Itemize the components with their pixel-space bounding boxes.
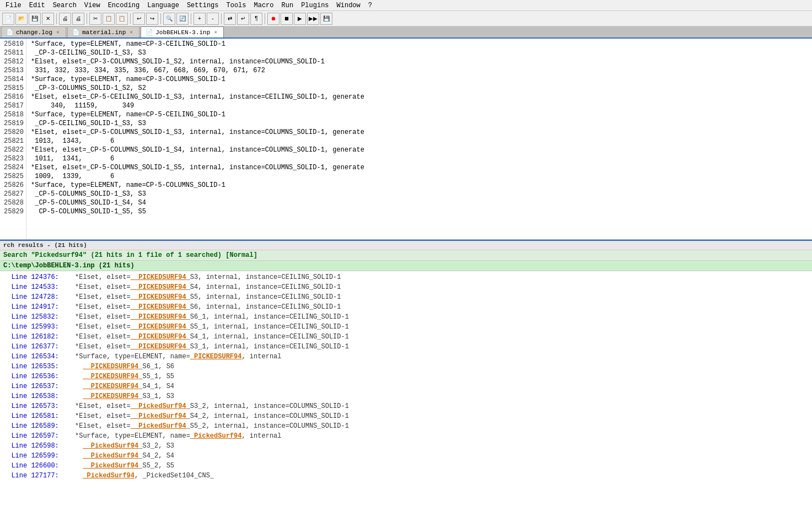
toolbar-sep-1 xyxy=(56,13,57,24)
menu-view[interactable]: View xyxy=(81,1,104,10)
result-item[interactable]: Line 124533: *Elset, elset=__PICKEDSURF9… xyxy=(0,282,812,292)
menu-search[interactable]: Search xyxy=(50,1,80,10)
result-line-content: __PickedSurf94_S5_2, S5 xyxy=(75,461,174,470)
result-line-ref: Line 126573: xyxy=(3,402,75,411)
toolbar-find[interactable]: 🔍 xyxy=(163,13,175,25)
result-line-content: *Surface, type=ELEMENT, name=_PickedSurf… xyxy=(75,432,281,440)
toolbar-save[interactable]: 💾 xyxy=(29,13,41,25)
result-line-ref: Line 125832: xyxy=(3,313,75,321)
result-line-ref: Line 124533: xyxy=(3,283,75,292)
toolbar-sep-7 xyxy=(265,13,265,24)
toolbar-zoomin[interactable]: + xyxy=(193,13,206,25)
toolbar-print[interactable]: 🖨 xyxy=(59,13,71,25)
result-item[interactable]: Line 126573: *Elset, elset=__PickedSurf9… xyxy=(0,401,812,411)
menu-settings[interactable]: Settings xyxy=(184,1,222,10)
menu-plugins[interactable]: Plugins xyxy=(298,1,332,10)
result-line-content: __PICKEDSURF94_S3_1, S3 xyxy=(75,392,174,401)
result-line-content: *Elset, elset=__PICKEDSURF94_S6, interna… xyxy=(75,303,341,311)
result-item[interactable]: Line 125832: *Elset, elset=__PICKEDSURF9… xyxy=(0,312,812,322)
result-item[interactable]: Line 126598: __PickedSurf94_S3_2, S3 xyxy=(0,441,812,451)
result-item[interactable]: Line 124376: *Elset, elset=__PICKEDSURF9… xyxy=(0,272,812,282)
result-item[interactable]: Line 124917: *Elset, elset=__PICKEDSURF9… xyxy=(0,302,812,312)
tab-changelog-close[interactable]: ✕ xyxy=(55,29,61,36)
toolbar-copy[interactable]: 📋 xyxy=(103,13,115,25)
result-item[interactable]: Line 126581: *Elset, elset=__PickedSurf9… xyxy=(0,411,812,421)
menu-tools[interactable]: Tools xyxy=(223,1,249,10)
result-item[interactable]: Line 126534: *Surface, type=ELEMENT, nam… xyxy=(0,352,812,362)
result-item[interactable]: Line 126538: __PICKEDSURF94_S3_1, S3 xyxy=(0,391,812,401)
tab-changelog-label: change.log xyxy=(16,29,52,36)
result-item[interactable]: Line 126600: __PickedSurf94_S5_2, S5 xyxy=(0,461,812,471)
search-query-line: Search "Pickedsurf94" (21 hits in 1 file… xyxy=(0,250,812,261)
tab-changelog-icon: 📄 xyxy=(6,29,14,36)
result-item[interactable]: Line 126537: __PICKEDSURF94_S4_1, S4 xyxy=(0,381,812,391)
result-line-ref: Line 126589: xyxy=(3,422,75,431)
result-line-ref: Line 124917: xyxy=(3,303,75,311)
tab-jobbehlen-icon: 📄 xyxy=(146,29,153,36)
result-line-content: *Elset, elset=__PICKEDSURF94_S6_1, inter… xyxy=(75,313,349,321)
result-line-content: __PickedSurf94_S3_2, S3 xyxy=(75,442,174,450)
toolbar-undo[interactable]: ↩ xyxy=(133,13,145,25)
result-line-content: *Elset, elset=__PICKEDSURF94_S5_1, inter… xyxy=(75,322,349,331)
search-file-line[interactable]: C:\temp\JobBEHLEN-3.inp (21 hits) xyxy=(0,261,812,271)
toolbar-new[interactable]: 📄 xyxy=(2,13,14,25)
tab-jobbehlen[interactable]: 📄 JobBEHLEN-3.inp ✕ xyxy=(141,26,224,37)
tab-material[interactable]: 📄 material.inp ✕ xyxy=(67,26,139,37)
result-item[interactable]: Line 125993: *Elset, elset=__PICKEDSURF9… xyxy=(0,322,812,332)
search-results[interactable]: Line 124376: *Elset, elset=__PICKEDSURF9… xyxy=(0,271,812,511)
toolbar-zoomout[interactable]: - xyxy=(207,13,219,25)
toolbar-macro-play2[interactable]: ▶▶ xyxy=(307,13,319,25)
toolbar-macro-save[interactable]: 💾 xyxy=(320,13,332,25)
result-line-ref: Line 126598: xyxy=(3,442,75,450)
result-line-content: __PICKEDSURF94_S6_1, S6 xyxy=(75,362,174,371)
result-line-ref: Line 124728: xyxy=(3,293,75,302)
toolbar-cut[interactable]: ✂ xyxy=(89,13,101,25)
tab-changelog[interactable]: 📄 change.log ✕ xyxy=(1,26,66,37)
result-item[interactable]: Line 126535: __PICKEDSURF94_S6_1, S6 xyxy=(0,362,812,372)
result-line-content: *Elset, elset=__PICKEDSURF94_S4, interna… xyxy=(75,283,341,292)
menu-macro[interactable]: Macro xyxy=(251,1,277,10)
result-item[interactable]: Line 126377: *Elset, elset=__PICKEDSURF9… xyxy=(0,342,812,352)
result-line-content: *Elset, elset=__PICKEDSURF94_S3_1, inter… xyxy=(75,342,349,351)
toolbar-macro-play[interactable]: ▶ xyxy=(294,13,306,25)
toolbar-closeall[interactable]: ✕ xyxy=(42,13,54,25)
toolbar-replace[interactable]: 🔄 xyxy=(176,13,189,25)
toolbar: 📄 📂 💾 ✕ 🖨 🖨 ✂ 📋 📋 ↩ ↪ 🔍 🔄 + - ⇄ ↵ ¶ ⏺ ⏹ … xyxy=(0,11,812,26)
toolbar-macro-stop[interactable]: ⏹ xyxy=(281,13,293,25)
result-line-content: __PICKEDSURF94_S4_1, S4 xyxy=(75,382,174,391)
result-item[interactable]: Line 126536: __PICKEDSURF94_S5_1, S5 xyxy=(0,372,812,381)
toolbar-print-now[interactable]: 🖨 xyxy=(72,13,84,25)
toolbar-sep-4 xyxy=(160,13,161,24)
result-item[interactable]: Line 126589: *Elset, elset=__PickedSurf9… xyxy=(0,421,812,431)
toolbar-sep-5 xyxy=(191,13,191,24)
menu-window[interactable]: Window xyxy=(334,1,364,10)
menu-run[interactable]: Run xyxy=(278,1,297,10)
menu-help[interactable]: ? xyxy=(365,1,375,10)
toolbar-redo[interactable]: ↪ xyxy=(146,13,158,25)
tab-material-close[interactable]: ✕ xyxy=(128,29,135,36)
menu-language[interactable]: Language xyxy=(144,1,182,10)
code-content[interactable]: *Surface, type=ELEMENT, name=CP-3-CEILIN… xyxy=(26,39,812,239)
toolbar-allchars[interactable]: ¶ xyxy=(250,13,262,25)
result-item[interactable]: Line 126597: *Surface, type=ELEMENT, nam… xyxy=(0,431,812,441)
search-results-label: rch results - (21 hits) xyxy=(3,242,87,249)
line-numbers: 25810 25811 25812 25813 25814 25815 2581… xyxy=(0,39,26,239)
result-item[interactable]: Line 126599: __PickedSurf94_S4_2, S4 xyxy=(0,451,812,461)
menu-file[interactable]: File xyxy=(2,1,25,10)
editor-area[interactable]: 25810 25811 25812 25813 25814 25815 2581… xyxy=(0,39,812,240)
toolbar-paste[interactable]: 📋 xyxy=(116,13,128,25)
tab-jobbehlen-close[interactable]: ✕ xyxy=(212,29,219,36)
result-item[interactable]: Line 126182: *Elset, elset=__PICKEDSURF9… xyxy=(0,332,812,342)
menu-edit[interactable]: Edit xyxy=(26,1,49,10)
result-line-content: *Elset, elset=__PICKEDSURF94_S4_1, inter… xyxy=(75,332,349,341)
toolbar-sync[interactable]: ⇄ xyxy=(224,13,236,25)
result-line-content: *Elset, elset=__PickedSurf94_S5_2, inter… xyxy=(75,422,349,431)
menu-encoding[interactable]: Encoding xyxy=(105,1,143,10)
toolbar-open[interactable]: 📂 xyxy=(15,13,28,25)
toolbar-macro-rec[interactable]: ⏺ xyxy=(267,13,279,25)
result-line-ref: Line 126537: xyxy=(3,382,75,391)
toolbar-wrap[interactable]: ↵ xyxy=(237,13,249,25)
result-item[interactable]: Line 127177: _PickedSurf94, _PickedSet10… xyxy=(0,471,812,481)
result-item[interactable]: Line 124728: *Elset, elset=__PICKEDSURF9… xyxy=(0,292,812,302)
search-panel: rch results - (21 hits) Search "Pickedsu… xyxy=(0,240,812,511)
